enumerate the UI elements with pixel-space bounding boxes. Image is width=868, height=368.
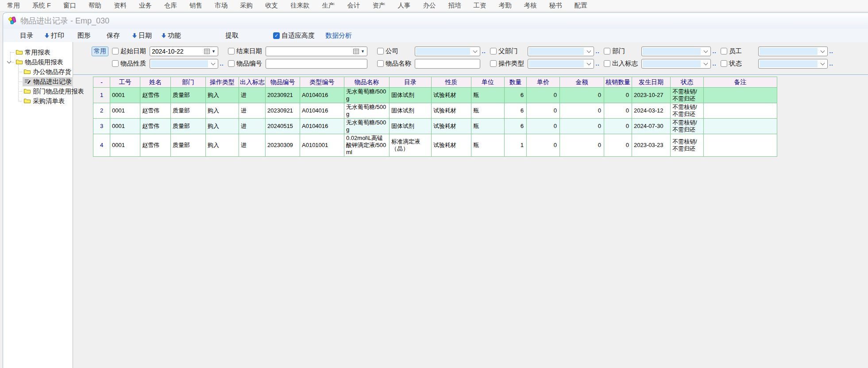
menu-item-7[interactable]: 销售 (183, 0, 208, 11)
table-cell-unit[interactable]: 瓶 (471, 103, 505, 119)
table-cell-unit_price[interactable]: 0 (527, 119, 560, 134)
company-select[interactable] (415, 46, 480, 56)
print-button[interactable]: 打印 (45, 31, 64, 40)
column-header-index[interactable]: - (93, 77, 110, 88)
table-cell-type_no[interactable]: A0104016 (300, 103, 344, 119)
menu-item-8[interactable]: 市场 (208, 0, 234, 11)
start-date-checkbox[interactable] (112, 48, 119, 54)
in-out-flag-checkbox[interactable] (604, 60, 610, 67)
tree-item-item-in-out-records[interactable]: 物品进出记录 (3, 77, 73, 86)
table-cell-writeoff_qty[interactable]: 0 (604, 88, 632, 103)
table-cell-unit_price[interactable]: 0 (527, 88, 560, 103)
menu-item-16[interactable]: 办公 (417, 0, 442, 11)
table-cell-category[interactable]: 标准滴定液（品） (390, 134, 432, 157)
tree-item-dept-item-usage-report[interactable]: 部门物品使用报表 (3, 86, 73, 96)
menu-item-11[interactable]: 往来款 (284, 0, 316, 11)
status-select[interactable] (758, 59, 828, 69)
chevron-down-icon[interactable] (584, 50, 594, 52)
menu-item-17[interactable]: 招培 (442, 0, 467, 11)
table-cell-name[interactable]: 赵雪伟 (140, 119, 171, 134)
table-cell-remark[interactable] (704, 119, 777, 134)
chevron-down-icon[interactable] (818, 63, 827, 65)
menu-item-18[interactable]: 工资 (467, 0, 492, 11)
column-header-unit_price[interactable]: 单价 (527, 77, 560, 88)
menu-item-22[interactable]: 配置 (568, 0, 593, 11)
menu-item-13[interactable]: 会计 (341, 0, 366, 11)
table-cell-type_no[interactable]: A0101001 (300, 134, 344, 157)
table-cell-amount[interactable]: 0 (560, 103, 604, 119)
table-cell-item_no[interactable]: 20230921 (266, 88, 300, 103)
table-cell-nature[interactable]: 试验耗材 (432, 119, 471, 134)
chevron-down-icon[interactable] (818, 50, 827, 52)
menu-item-10[interactable]: 收支 (259, 0, 284, 11)
column-header-item_no[interactable]: 物品编号 (266, 77, 300, 88)
table-cell-qty[interactable]: 6 (505, 88, 527, 103)
in-out-flag-select[interactable] (641, 59, 711, 69)
table-cell-category[interactable]: 固体试剂 (390, 88, 432, 103)
table-cell-type_no[interactable]: A0104016 (300, 88, 344, 103)
menu-item-14[interactable]: 资产 (366, 0, 391, 11)
table-cell-category[interactable]: 固体试剂 (390, 103, 432, 119)
dept-select[interactable] (641, 46, 711, 56)
table-row[interactable]: 40001赵雪伟质量部购入进20230309A01010010.02mol\L高… (93, 134, 777, 157)
table-cell-emp_id[interactable]: 0001 (110, 119, 140, 134)
table-cell-remark[interactable] (704, 103, 777, 119)
table-cell-emp_id[interactable]: 0001 (110, 134, 140, 157)
table-cell-name[interactable]: 赵雪伟 (140, 103, 171, 119)
table-row[interactable]: 30001赵雪伟质量部购入进20240515A0104016无水葡萄糖/500g… (93, 119, 777, 134)
chevron-down-icon[interactable] (701, 50, 710, 52)
table-cell-op_type[interactable]: 购入 (206, 88, 239, 103)
table-cell-index[interactable]: 4 (93, 134, 110, 157)
table-cell-name[interactable]: 赵雪伟 (140, 134, 171, 157)
table-cell-index[interactable]: 1 (93, 88, 110, 103)
table-cell-unit_price[interactable]: 0 (527, 103, 560, 119)
column-header-name[interactable]: 姓名 (140, 77, 171, 88)
column-header-dept[interactable]: 部门 (171, 77, 206, 88)
expanded-chevron-icon[interactable] (7, 59, 12, 64)
parent-dept-select[interactable] (528, 46, 594, 56)
company-checkbox[interactable] (377, 48, 384, 54)
menu-item-4[interactable]: 资料 (108, 0, 133, 11)
catalog-button[interactable]: 目录 (20, 31, 33, 40)
extract-button[interactable]: 提取 (225, 31, 239, 40)
end-date-input[interactable]: ▼ (266, 46, 367, 56)
column-header-in_out_flag[interactable]: 出入标志 (239, 77, 266, 88)
table-cell-nature[interactable]: 试验耗材 (432, 88, 471, 103)
auto-height-checkbox[interactable]: ✓ (273, 32, 280, 39)
chevron-down-icon[interactable] (470, 50, 480, 52)
dept-checkbox[interactable] (604, 48, 610, 54)
employee-checkbox[interactable] (721, 48, 727, 54)
table-cell-date[interactable]: 2023-10-27 (632, 88, 671, 103)
tree-item-common-reports[interactable]: 常用报表 (3, 47, 73, 57)
table-row[interactable]: 20001赵雪伟质量部购入进20230921A0104016无水葡萄糖/500g… (93, 103, 777, 119)
menu-item-1[interactable]: 系统 F (26, 0, 57, 11)
item-nature-checkbox[interactable] (112, 60, 119, 67)
op-type-select[interactable] (528, 59, 594, 69)
table-cell-unit_price[interactable]: 0 (527, 134, 560, 157)
table-cell-item_no[interactable]: 20240515 (266, 119, 300, 134)
table-cell-qty[interactable]: 1 (505, 134, 527, 157)
employee-select[interactable] (758, 46, 828, 56)
table-cell-unit[interactable]: 瓶 (471, 88, 505, 103)
item-nature-select[interactable] (150, 59, 218, 69)
table-cell-type_no[interactable]: A0104016 (300, 119, 344, 134)
column-header-qty[interactable]: 数量 (505, 77, 527, 88)
table-cell-index[interactable]: 2 (93, 103, 110, 119)
item-name-checkbox[interactable] (377, 60, 384, 67)
column-header-nature[interactable]: 性质 (432, 77, 471, 88)
column-header-amount[interactable]: 金额 (560, 77, 604, 88)
table-cell-writeoff_qty[interactable]: 0 (604, 119, 632, 134)
table-cell-status[interactable]: 不需核销/不需归还 (671, 103, 704, 119)
table-cell-name[interactable]: 赵雪伟 (140, 88, 171, 103)
column-header-type_no[interactable]: 类型编号 (300, 77, 344, 88)
table-cell-dept[interactable]: 质量部 (171, 103, 206, 119)
save-button[interactable]: 保存 (107, 31, 120, 40)
menu-item-21[interactable]: 秘书 (543, 0, 568, 11)
column-header-date[interactable]: 发生日期 (632, 77, 671, 88)
date-dropdown-arrow-icon[interactable]: ▼ (211, 49, 218, 54)
date-dropdown-arrow-icon[interactable]: ▼ (360, 49, 367, 54)
column-header-writeoff_qty[interactable]: 核销数量 (604, 77, 632, 88)
menu-item-20[interactable]: 考核 (517, 0, 543, 11)
menu-item-15[interactable]: 人事 (391, 0, 417, 11)
chevron-down-icon[interactable] (208, 63, 218, 65)
